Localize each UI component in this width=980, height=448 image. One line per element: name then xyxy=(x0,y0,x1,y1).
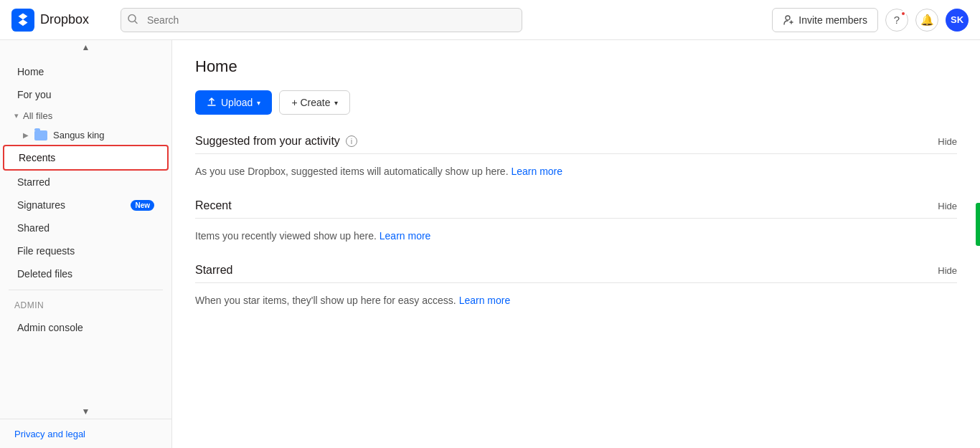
invite-members-button[interactable]: Invite members xyxy=(772,8,878,32)
main-content: Home Upload ▾ + Create ▾ Suggested from … xyxy=(172,40,980,448)
folder-icon xyxy=(34,130,47,140)
sidebar-scroll-area: Home For you ▾ All files ▶ Sangus king R… xyxy=(0,54,171,404)
sidebar-all-files-label: All files xyxy=(23,110,52,121)
svg-point-3 xyxy=(786,16,790,20)
recent-section-header: Recent Hide xyxy=(195,199,957,219)
suggested-body-text: As you use Dropbox, suggested items will… xyxy=(195,166,509,177)
starred-body-text: When you star items, they'll show up her… xyxy=(195,295,456,306)
sidebar-scroll-up[interactable]: ▲ xyxy=(0,40,171,54)
app-body: ▲ Home For you ▾ All files ▶ Sangus king… xyxy=(0,40,980,448)
logo-text: Dropbox xyxy=(40,12,89,27)
starred-section-header: Starred Hide xyxy=(195,264,957,283)
recent-body-text: Items you recently viewed show up here. xyxy=(195,230,377,242)
sidebar-item-all-files[interactable]: ▾ All files xyxy=(0,106,171,125)
search-input[interactable] xyxy=(121,8,522,32)
create-button[interactable]: + Create ▾ xyxy=(279,90,350,115)
notification-dot xyxy=(900,11,906,16)
suggested-section-title: Suggested from your activity xyxy=(195,135,340,148)
upload-button-label: Upload xyxy=(221,97,253,108)
sidebar-item-deleted-files[interactable]: Deleted files xyxy=(3,262,169,285)
suggested-section-body: As you use Dropbox, suggested items will… xyxy=(195,164,957,179)
invite-button-label: Invite members xyxy=(798,14,867,26)
toolbar: Upload ▾ + Create ▾ xyxy=(195,90,957,115)
starred-hide-button[interactable]: Hide xyxy=(938,265,957,276)
sidebar-recents-label: Recents xyxy=(19,152,153,163)
search-icon xyxy=(128,14,138,26)
sidebar-item-signatures[interactable]: Signatures New xyxy=(3,194,169,216)
logo: Dropbox xyxy=(11,9,112,32)
sidebar-deleted-files-label: Deleted files xyxy=(17,268,154,280)
suggested-info-icon[interactable]: i xyxy=(346,135,357,147)
person-plus-icon xyxy=(783,14,794,26)
create-chevron-icon: ▾ xyxy=(334,99,338,107)
recent-section-title: Recent xyxy=(195,199,232,212)
starred-title-row: Starred xyxy=(195,264,232,277)
sidebar-folder-label: Sangus king xyxy=(53,130,105,140)
recent-learn-more-link[interactable]: Learn more xyxy=(380,230,431,242)
suggested-title-row: Suggested from your activity i xyxy=(195,135,357,148)
page-title: Home xyxy=(195,57,957,76)
recent-section-body: Items you recently viewed show up here. … xyxy=(195,229,957,244)
chevron-down-icon: ▾ xyxy=(14,111,19,120)
sidebar-file-requests-label: File requests xyxy=(17,245,154,257)
admin-section-label: Admin xyxy=(0,295,171,316)
sidebar-item-for-you[interactable]: For you xyxy=(3,83,169,106)
dropbox-logo-icon xyxy=(11,9,34,32)
search-bar[interactable] xyxy=(121,8,522,32)
sidebar-item-starred[interactable]: Starred xyxy=(3,171,169,194)
sidebar-item-home[interactable]: Home xyxy=(3,60,169,83)
sidebar-for-you-label: For you xyxy=(17,89,154,100)
sidebar: ▲ Home For you ▾ All files ▶ Sangus king… xyxy=(0,40,172,448)
starred-section-body: When you star items, they'll show up her… xyxy=(195,293,957,308)
suggested-hide-button[interactable]: Hide xyxy=(938,136,957,147)
scroll-indicator-bar xyxy=(976,203,980,246)
navbar-actions: Invite members ? 🔔 SK xyxy=(772,8,969,32)
help-icon: ? xyxy=(894,14,900,26)
sidebar-item-file-requests[interactable]: File requests xyxy=(3,239,169,262)
signatures-new-badge: New xyxy=(131,200,154,211)
sidebar-item-recents[interactable]: Recents xyxy=(3,145,169,171)
starred-learn-more-link[interactable]: Learn more xyxy=(459,295,511,306)
sidebar-admin-console-label: Admin console xyxy=(17,322,154,333)
sidebar-item-shared[interactable]: Shared xyxy=(3,216,169,239)
sidebar-item-admin-console[interactable]: Admin console xyxy=(3,316,169,339)
chevron-right-icon: ▶ xyxy=(23,131,29,139)
user-avatar[interactable]: SK xyxy=(946,9,969,32)
suggested-learn-more-link[interactable]: Learn more xyxy=(511,166,562,177)
create-button-label: + Create xyxy=(291,97,330,108)
recent-section: Recent Hide Items you recently viewed sh… xyxy=(195,199,957,244)
suggested-section-header: Suggested from your activity i Hide xyxy=(195,135,957,154)
svg-line-2 xyxy=(135,21,137,23)
sidebar-folder-sangus-king[interactable]: ▶ Sangus king xyxy=(0,125,171,145)
notifications-button[interactable]: 🔔 xyxy=(915,9,938,32)
sidebar-signatures-label: Signatures xyxy=(17,199,125,211)
sidebar-starred-label: Starred xyxy=(17,176,154,188)
bell-icon: 🔔 xyxy=(920,14,934,27)
sidebar-scroll-down[interactable]: ▼ xyxy=(0,404,171,419)
sidebar-shared-label: Shared xyxy=(17,222,154,234)
sidebar-home-label: Home xyxy=(17,66,154,77)
suggested-section: Suggested from your activity i Hide As y… xyxy=(195,135,957,179)
avatar-initials: SK xyxy=(951,14,963,25)
starred-section: Starred Hide When you star items, they'l… xyxy=(195,264,957,308)
privacy-legal-link[interactable]: Privacy and legal xyxy=(14,429,85,439)
starred-section-title: Starred xyxy=(195,264,232,277)
upload-icon xyxy=(207,97,217,108)
navbar: Dropbox Invite members ? 🔔 SK xyxy=(0,0,980,40)
upload-chevron-icon: ▾ xyxy=(257,99,260,107)
recent-hide-button[interactable]: Hide xyxy=(938,201,957,211)
sidebar-footer: Privacy and legal xyxy=(0,419,171,448)
recent-title-row: Recent xyxy=(195,199,232,212)
help-button[interactable]: ? xyxy=(885,9,908,32)
sidebar-divider xyxy=(9,290,163,290)
upload-button[interactable]: Upload ▾ xyxy=(195,90,272,115)
